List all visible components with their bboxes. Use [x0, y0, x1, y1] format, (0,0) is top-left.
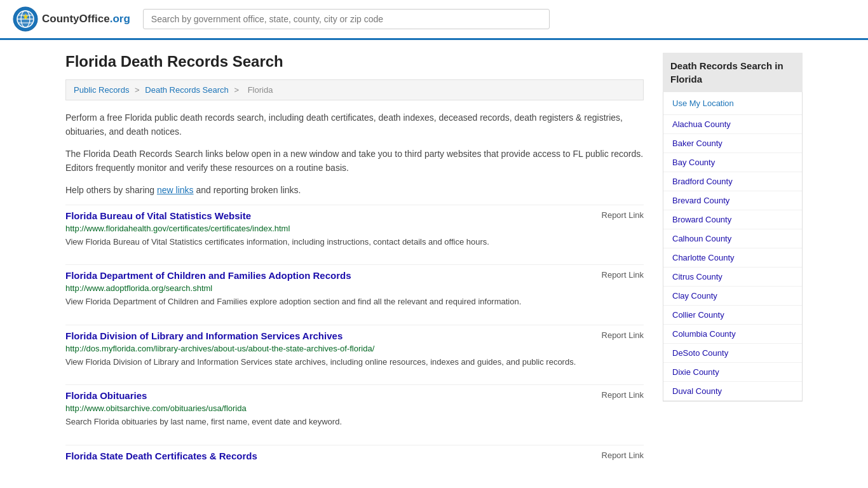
result-title[interactable]: Florida Obituaries: [65, 390, 147, 401]
report-link[interactable]: Report Link: [602, 390, 644, 400]
main-layout: Florida Death Records Search Public Reco…: [53, 40, 815, 488]
report-link[interactable]: Report Link: [602, 270, 644, 280]
sidebar-header: Death Records Search in Florida: [663, 53, 803, 92]
result-header: Florida Division of Library and Informat…: [65, 330, 644, 341]
sidebar-county-citrus[interactable]: Citrus County: [663, 268, 802, 287]
sidebar-county-bay[interactable]: Bay County: [663, 153, 802, 172]
breadcrumb-death-records-search[interactable]: Death Records Search: [145, 85, 229, 95]
logo[interactable]: CountyOffice.org: [13, 6, 130, 32]
result-item: Florida Bureau of Vital Statistics Websi…: [65, 205, 644, 248]
search-input[interactable]: [143, 9, 550, 29]
description-3: Help others by sharing new links and rep…: [65, 183, 644, 197]
sidebar-county-desoto[interactable]: DeSoto County: [663, 344, 802, 363]
report-link[interactable]: Report Link: [602, 330, 644, 340]
result-url: http://www.adoptflorida.org/search.shtml: [65, 283, 644, 293]
breadcrumb-florida: Florida: [248, 85, 273, 95]
sidebar-county-bradford[interactable]: Bradford County: [663, 172, 802, 191]
result-title[interactable]: Florida Department of Children and Famil…: [65, 270, 351, 281]
sidebar-county-alachua[interactable]: Alachua County: [663, 115, 802, 134]
result-desc: Search Florida obituaries by last name, …: [65, 416, 644, 428]
site-header: CountyOffice.org: [0, 0, 868, 40]
breadcrumb: Public Records > Death Records Search > …: [65, 79, 644, 100]
result-desc: View Florida Division of Library and Inf…: [65, 356, 644, 369]
sidebar-county-collier[interactable]: Collier County: [663, 306, 802, 325]
result-url: http://www.obitsarchive.com/obituaries/u…: [65, 403, 644, 413]
result-item: Florida Department of Children and Famil…: [65, 264, 644, 308]
result-header: Florida State Death Certificates & Recor…: [65, 451, 644, 461]
result-title[interactable]: Florida State Death Certificates & Recor…: [65, 451, 257, 461]
result-item: Florida Division of Library and Informat…: [65, 325, 644, 369]
results-list: Florida Bureau of Vital Statistics Websi…: [65, 205, 644, 461]
breadcrumb-sep2: >: [234, 85, 241, 95]
description-1: Perform a free Florida public death reco…: [65, 111, 644, 139]
logo-text: CountyOffice.org: [42, 13, 130, 25]
sidebar-county-charlotte[interactable]: Charlotte County: [663, 248, 802, 268]
result-title[interactable]: Florida Division of Library and Informat…: [65, 330, 342, 341]
result-url: http://www.floridahealth.gov/certificate…: [65, 224, 644, 233]
breadcrumb-sep1: >: [135, 85, 142, 95]
sidebar-content: Use My Location Alachua County Baker Cou…: [663, 92, 803, 402]
sidebar: Death Records Search in Florida Use My L…: [663, 53, 803, 478]
result-header: Florida Bureau of Vital Statistics Websi…: [65, 210, 644, 221]
sidebar-county-clay[interactable]: Clay County: [663, 287, 802, 306]
sidebar-county-broward[interactable]: Broward County: [663, 210, 802, 229]
content-area: Florida Death Records Search Public Reco…: [65, 53, 644, 478]
description-3-suffix: and reporting broken links.: [194, 185, 301, 195]
description-3-prefix: Help others by sharing: [65, 185, 157, 195]
report-link[interactable]: Report Link: [602, 451, 644, 460]
result-item: Florida State Death Certificates & Recor…: [65, 445, 644, 461]
sidebar-county-columbia[interactable]: Columbia County: [663, 325, 802, 344]
result-header: Florida Department of Children and Famil…: [65, 270, 644, 281]
sidebar-county-dixie[interactable]: Dixie County: [663, 363, 802, 382]
result-url: http://dos.myflorida.com/library-archive…: [65, 344, 644, 353]
sidebar-county-baker[interactable]: Baker County: [663, 134, 802, 153]
report-link[interactable]: Report Link: [602, 210, 644, 220]
result-item: Florida Obituaries Report Link http://ww…: [65, 384, 644, 428]
result-desc: View Florida Bureau of Vital Statistics …: [65, 236, 644, 248]
sidebar-county-duval[interactable]: Duval County: [663, 382, 802, 401]
result-desc: View Florida Department of Children and …: [65, 295, 644, 308]
sidebar-county-brevard[interactable]: Brevard County: [663, 191, 802, 210]
page-title: Florida Death Records Search: [65, 53, 644, 71]
breadcrumb-public-records[interactable]: Public Records: [74, 85, 129, 95]
description-2: The Florida Death Records Search links b…: [65, 147, 644, 175]
sidebar-county-calhoun[interactable]: Calhoun County: [663, 229, 802, 248]
result-header: Florida Obituaries Report Link: [65, 390, 644, 401]
new-links-link[interactable]: new links: [157, 185, 194, 195]
result-title[interactable]: Florida Bureau of Vital Statistics Websi…: [65, 210, 251, 221]
use-my-location-link[interactable]: Use My Location: [663, 92, 802, 115]
logo-icon: [13, 6, 38, 32]
